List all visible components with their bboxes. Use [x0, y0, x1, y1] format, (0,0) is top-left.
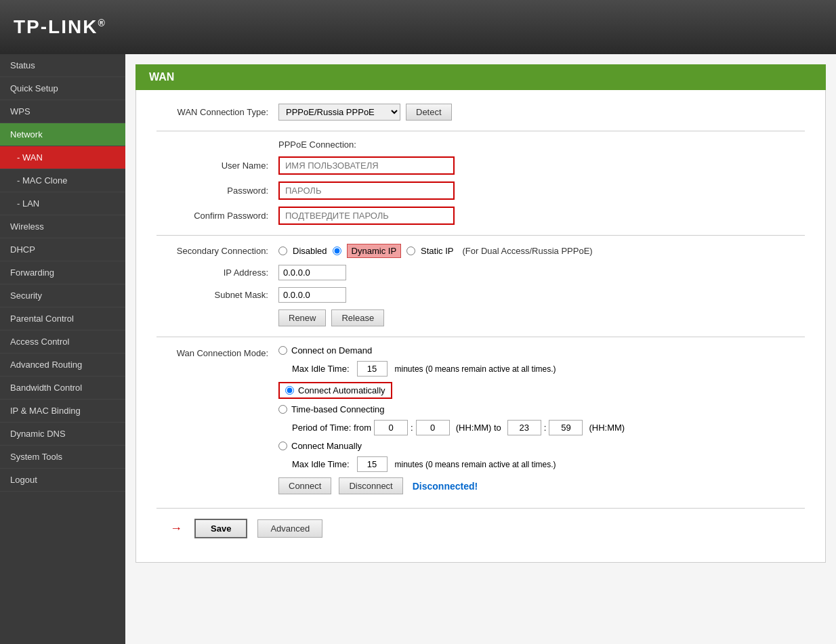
period-colon-2: : — [544, 423, 547, 433]
wan-connection-type-row: WAN Connection Type: PPPoE/Russia PPPoE … — [156, 104, 805, 121]
sidebar-item-system-tools[interactable]: System Tools — [0, 446, 125, 469]
renew-release-row: Renew Release — [278, 309, 805, 326]
advanced-button[interactable]: Advanced — [257, 519, 322, 538]
username-input[interactable] — [278, 156, 455, 175]
connect-on-demand-label: Connect on Demand — [291, 345, 372, 356]
period-from-hours-input[interactable] — [374, 420, 408, 435]
secondary-connection-label: Secondary Connection: — [156, 246, 278, 256]
sidebar-item-ip-mac-binding[interactable]: IP & MAC Binding — [0, 400, 125, 423]
period-to-hours-input[interactable] — [507, 420, 541, 435]
ip-address-input[interactable] — [278, 265, 346, 280]
wan-connection-type-select[interactable]: PPPoE/Russia PPPoE — [278, 104, 400, 121]
release-button[interactable]: Release — [331, 309, 384, 326]
sidebar-item-access-control[interactable]: Access Control — [0, 330, 125, 353]
sidebar-item-logout[interactable]: Logout — [0, 469, 125, 492]
max-idle-time-row-1: Max Idle Time: minutes (0 means remain a… — [292, 361, 625, 377]
username-label: User Name: — [156, 160, 278, 171]
connect-on-demand-radio[interactable] — [278, 346, 287, 355]
subnet-mask-input[interactable] — [278, 287, 346, 303]
connect-manually-radio[interactable] — [278, 442, 287, 450]
secondary-dynamic-label: Dynamic IP — [347, 244, 401, 258]
renew-button[interactable]: Renew — [278, 309, 326, 326]
period-hhmm-1: (HH:MM) to — [456, 423, 501, 433]
detect-button[interactable]: Detect — [406, 104, 452, 121]
max-idle-time-input-1[interactable] — [357, 361, 388, 377]
connect-button[interactable]: Connect — [278, 477, 331, 494]
period-of-time-row: Period of Time: from : (HH:MM) to : (HH:… — [292, 420, 625, 435]
confirm-password-row: Confirm Password: — [156, 207, 805, 225]
wan-connection-mode-label: Wan Connection Mode: — [156, 345, 278, 358]
sidebar-item-dynamic-dns[interactable]: Dynamic DNS — [0, 423, 125, 446]
subnet-mask-label: Subnet Mask: — [156, 290, 278, 300]
main-layout: Status Quick Setup WPS Network - WAN - M… — [0, 54, 836, 644]
secondary-static-label: Static IP — [421, 246, 453, 256]
period-hhmm-2: (HH:MM) — [589, 423, 625, 433]
sidebar: Status Quick Setup WPS Network - WAN - M… — [0, 54, 125, 644]
sidebar-item-dhcp[interactable]: DHCP — [0, 238, 125, 261]
time-based-connecting-radio[interactable] — [278, 405, 287, 414]
wan-connection-type-controls: PPPoE/Russia PPPoE Detect — [278, 104, 452, 121]
max-idle-time-row-2: Max Idle Time: minutes (0 means remain a… — [292, 456, 625, 472]
sidebar-item-mac-clone[interactable]: - MAC Clone — [0, 169, 125, 192]
disconnect-button[interactable]: Disconnect — [339, 477, 402, 494]
password-input[interactable] — [278, 181, 455, 200]
divider-1 — [156, 131, 805, 131]
sidebar-item-wireless[interactable]: Wireless — [0, 215, 125, 238]
period-colon-1: : — [411, 423, 413, 433]
password-label: Password: — [156, 186, 278, 196]
wan-connection-type-label: WAN Connection Type: — [156, 107, 278, 117]
save-button[interactable]: Save — [194, 519, 247, 538]
period-from-minutes-input[interactable] — [416, 420, 450, 435]
secondary-connection-row: Secondary Connection: Disabled Dynamic I… — [156, 244, 805, 258]
pppoe-section-label: PPPoE Connection: — [278, 139, 805, 150]
sidebar-item-quick-setup[interactable]: Quick Setup — [0, 77, 125, 100]
wan-connection-mode-row: Wan Connection Mode: Connect on Demand M… — [156, 345, 805, 494]
disconnected-status: Disconnected! — [413, 481, 478, 492]
ip-address-row: IP Address: — [156, 265, 805, 280]
max-idle-time-note-2: minutes (0 means remain active at all ti… — [395, 460, 556, 469]
secondary-dynamic-radio[interactable] — [333, 246, 341, 255]
confirm-password-input[interactable] — [278, 207, 455, 225]
password-row: Password: — [156, 181, 805, 200]
sidebar-item-security[interactable]: Security — [0, 284, 125, 307]
connect-automatically-label: Connect Automatically — [298, 385, 385, 395]
secondary-static-radio[interactable] — [406, 246, 415, 255]
secondary-static-note: (For Dual Access/Russia PPPoE) — [462, 246, 592, 256]
wan-title-bar: WAN — [135, 64, 826, 90]
max-idle-time-note-1: minutes (0 means remain active at all ti… — [395, 364, 556, 374]
connect-disconnect-row: Connect Disconnect Disconnected! — [278, 477, 625, 494]
sidebar-item-advanced-routing[interactable]: Advanced Routing — [0, 353, 125, 377]
username-row: User Name: — [156, 156, 805, 175]
content-area: WAN WAN Connection Type: PPPoE/Russia PP… — [125, 54, 836, 644]
sidebar-item-status[interactable]: Status — [0, 54, 125, 77]
sidebar-item-lan[interactable]: - LAN — [0, 192, 125, 215]
divider-3 — [156, 337, 805, 337]
secondary-connection-controls: Disabled Dynamic IP Static IP (For Dual … — [278, 244, 593, 258]
sidebar-item-parental-control[interactable]: Parental Control — [0, 307, 125, 330]
bottom-bar: → Save Advanced — [156, 508, 805, 549]
connect-manually-row: Connect Manually — [278, 441, 625, 451]
connect-manually-label: Connect Manually — [291, 441, 362, 451]
sidebar-item-forwarding[interactable]: Forwarding — [0, 261, 125, 284]
time-based-connecting-row: Time-based Connecting — [278, 404, 625, 414]
period-from-label: Period of Time: from — [292, 423, 371, 433]
wan-content: WAN Connection Type: PPPoE/Russia PPPoE … — [135, 90, 826, 563]
sidebar-item-wps[interactable]: WPS — [0, 100, 125, 123]
secondary-disabled-label: Disabled — [293, 246, 327, 256]
sidebar-item-wan[interactable]: - WAN — [0, 146, 125, 169]
period-to-minutes-input[interactable] — [549, 420, 583, 435]
max-idle-time-label-2: Max Idle Time: — [292, 459, 350, 469]
sidebar-item-bandwidth-control[interactable]: Bandwidth Control — [0, 377, 125, 400]
logo: TP-LINK® — [14, 16, 106, 38]
max-idle-time-input-2[interactable] — [357, 456, 388, 472]
renew-release-controls: Renew Release — [278, 309, 384, 326]
secondary-disabled-radio[interactable] — [278, 246, 287, 255]
confirm-password-label: Confirm Password: — [156, 211, 278, 221]
header: TP-LINK® — [0, 0, 836, 54]
time-based-connecting-label: Time-based Connecting — [291, 404, 385, 414]
ip-address-label: IP Address: — [156, 267, 278, 278]
sidebar-item-network[interactable]: Network — [0, 123, 125, 146]
connect-on-demand-row: Connect on Demand — [278, 345, 625, 356]
connection-mode-options: Connect on Demand Max Idle Time: minutes… — [278, 345, 625, 494]
connect-automatically-radio[interactable] — [285, 386, 294, 395]
